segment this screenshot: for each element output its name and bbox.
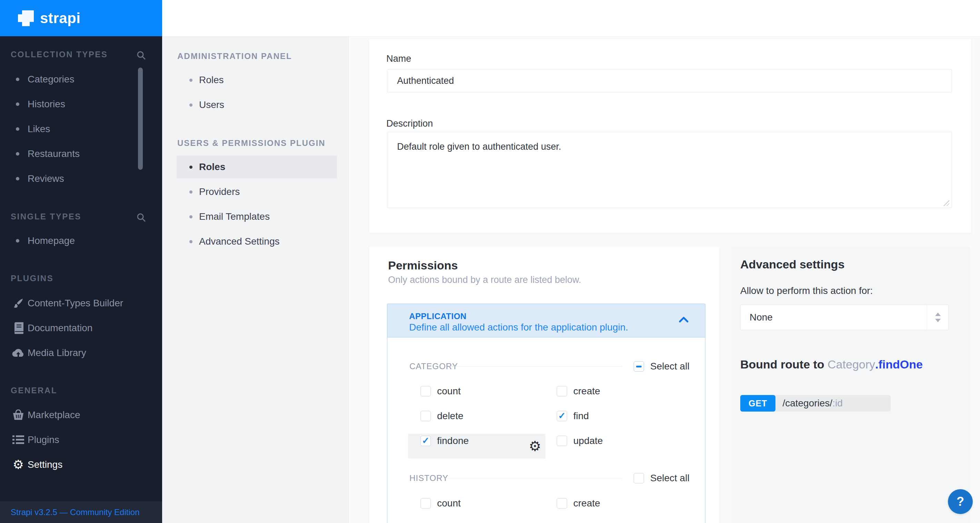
search-icon[interactable] [136, 212, 146, 223]
list-icon [11, 435, 25, 445]
name-input[interactable] [387, 69, 952, 92]
divider [445, 478, 622, 478]
permissions-title: Permissions [388, 259, 458, 272]
settings-subnav: ADMINISTRATION PANEL Roles Users USERS &… [162, 36, 349, 523]
http-method-badge: GET [740, 395, 775, 412]
top-header [162, 0, 980, 36]
checkbox[interactable] [420, 386, 431, 396]
description-textarea[interactable]: Default role given to authenticated user… [387, 132, 952, 208]
permissions-subtitle: Only actions bound by a route are listed… [388, 275, 581, 285]
divider [449, 366, 622, 367]
gear-icon [11, 458, 25, 471]
strapi-logo-icon [18, 10, 34, 26]
general-heading: GENERAL [11, 386, 57, 395]
collection-types-list: Categories Histories Likes Restaurants R… [0, 67, 162, 191]
admin-panel-heading: ADMINISTRATION PANEL [177, 51, 292, 61]
bullet-icon [16, 127, 19, 131]
sidebar-item-marketplace[interactable]: Marketplace [0, 402, 162, 428]
users-permissions-heading: USERS & PERMISSIONS PLUGIN [177, 138, 325, 148]
sidebar-item-histories[interactable]: Histories [0, 92, 162, 117]
checkbox[interactable] [557, 386, 567, 396]
bullet-icon [189, 240, 192, 243]
subnav-item-admin-users[interactable]: Users [177, 94, 337, 116]
book-icon [11, 322, 25, 334]
application-plugin-accordion[interactable]: APPLICATION Define all allowed actions f… [387, 304, 705, 337]
checkbox[interactable] [420, 411, 431, 421]
policy-select-value: None [749, 305, 773, 330]
subnav-item-admin-roles[interactable]: Roles [177, 68, 337, 91]
advanced-settings-title: Advanced settings [740, 258, 845, 271]
perm-history-create[interactable]: create [550, 498, 600, 509]
role-form-card: Name Description Default role given to a… [369, 39, 971, 233]
bullet-icon [189, 215, 192, 218]
checkbox[interactable] [557, 498, 567, 509]
single-types-heading: SINGLE TYPES [11, 212, 81, 221]
sidebar-item-restaurants[interactable]: Restaurants [0, 141, 162, 166]
history-select-all[interactable]: Select all [627, 473, 690, 484]
bullet-icon [16, 152, 19, 156]
perm-findone[interactable]: findone [414, 436, 469, 447]
category-select-all[interactable]: Select all [627, 361, 690, 372]
select-all-checkbox[interactable] [634, 361, 644, 372]
sidebar-item-content-types-builder[interactable]: Content-Types Builder [0, 291, 162, 316]
chevron-up-icon[interactable] [679, 316, 689, 323]
checkbox[interactable] [557, 411, 567, 421]
description-label: Description [387, 118, 433, 129]
perm-create[interactable]: create [550, 386, 600, 397]
plugins-heading: PLUGINS [11, 273, 54, 283]
sidebar-item-likes[interactable]: Likes [0, 117, 162, 141]
bullet-icon [189, 191, 192, 194]
perm-find[interactable]: find [550, 410, 589, 421]
sidebar-item-plugins[interactable]: Plugins [0, 428, 162, 452]
perm-history-count[interactable]: count [414, 498, 461, 509]
perm-delete[interactable]: delete [414, 410, 463, 421]
basket-icon [11, 410, 25, 421]
general-list: Marketplace Plugins Settings [0, 402, 162, 477]
bound-route-heading: Bound route to Category.findOne [740, 358, 923, 371]
sidebar-item-media-library[interactable]: Media Library [0, 340, 162, 366]
sidebar-item-reviews[interactable]: Reviews [0, 166, 162, 191]
bullet-icon [189, 165, 192, 169]
bullet-icon [16, 177, 19, 180]
name-label: Name [387, 54, 411, 64]
checkbox[interactable] [557, 436, 567, 446]
bound-route-chip: GET /categories/:id [740, 395, 891, 412]
select-all-checkbox[interactable] [634, 473, 644, 483]
plugins-list: Content-Types Builder Documentation Medi… [0, 291, 162, 366]
subnav-item-up-providers[interactable]: Providers [177, 180, 337, 203]
perm-update[interactable]: update [550, 436, 603, 447]
brand-name: strapi [40, 10, 80, 27]
application-permissions-body: CATEGORY Select all count create delete … [387, 337, 705, 523]
perm-count[interactable]: count [414, 386, 461, 397]
main-sidebar: strapi COLLECTION TYPES Categories Histo… [0, 0, 162, 523]
route-path: /categories/:id [773, 395, 891, 412]
bullet-icon [16, 102, 19, 106]
bullet-icon [189, 103, 192, 107]
cloud-upload-icon [11, 348, 25, 358]
advanced-settings-panel: Advanced settings Allow to perform this … [731, 246, 970, 523]
arrow-up-icon [935, 313, 941, 316]
search-icon[interactable] [136, 50, 146, 60]
help-button[interactable]: ? [948, 489, 973, 514]
plugin-description: Define all allowed actions for the appli… [409, 322, 628, 333]
version-footer[interactable]: Strapi v3.2.5 — Community Edition [0, 501, 162, 523]
bullet-icon [16, 239, 19, 243]
subnav-item-up-email-templates[interactable]: Email Templates [177, 205, 337, 228]
sidebar-item-settings[interactable]: Settings [0, 452, 162, 477]
bullet-icon [189, 79, 192, 82]
arrow-down-icon [935, 319, 941, 322]
checkbox[interactable] [420, 436, 431, 446]
subnav-item-up-roles[interactable]: Roles [177, 156, 337, 178]
cog-icon[interactable] [529, 439, 541, 453]
allow-action-label: Allow to perform this action for: [740, 285, 873, 296]
policy-select[interactable]: None [740, 305, 948, 330]
sidebar-item-categories[interactable]: Categories [0, 67, 162, 92]
sidebar-item-documentation[interactable]: Documentation [0, 316, 162, 340]
sidebar-item-homepage[interactable]: Homepage [0, 228, 162, 253]
checkbox[interactable] [420, 498, 431, 509]
single-types-list: Homepage [0, 228, 162, 253]
select-stepper-icons[interactable] [927, 305, 948, 330]
paintbrush-icon [11, 297, 25, 309]
strapi-logo[interactable]: strapi [0, 0, 162, 36]
subnav-item-up-advanced-settings[interactable]: Advanced Settings [177, 230, 337, 253]
